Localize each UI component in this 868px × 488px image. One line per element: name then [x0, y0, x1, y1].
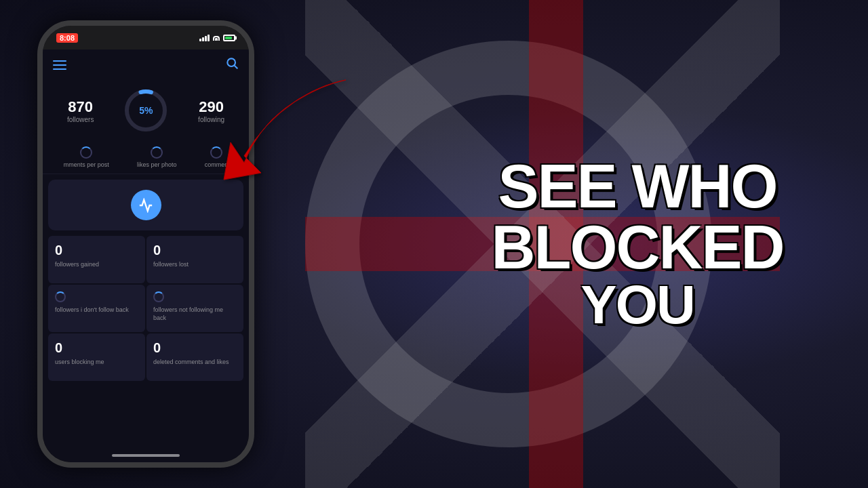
blocking-label: users blocking me: [55, 359, 138, 367]
followers-gained-label: followers gained: [55, 261, 138, 269]
followers-label: followers: [67, 116, 94, 123]
metric-likes-per-photo: likes per photo: [137, 146, 177, 168]
spinner-no-follow: [55, 291, 66, 302]
spinner-not-following: [153, 291, 164, 302]
grid-cell-no-follow-back[interactable]: followers i don't follow back: [48, 285, 145, 332]
svg-point-0: [227, 58, 235, 66]
grid-cell-blocking[interactable]: 0 users blocking me: [48, 333, 145, 381]
followers-lost-value: 0: [153, 243, 237, 258]
followers-count: 870: [67, 98, 94, 116]
grid-cell-not-following-back[interactable]: followers not following me back: [146, 285, 243, 332]
deleted-value: 0: [153, 340, 237, 356]
pulse-icon: [138, 198, 153, 213]
metric-comments-per-post: mments per post: [64, 146, 109, 168]
grid-cell-followers-gained[interactable]: 0 followers gained: [48, 236, 145, 283]
spinner-1: [80, 146, 92, 159]
text-overlay: SEE WHO BLOCKED YOU: [427, 156, 848, 332]
grid-stats: 0 followers gained 0 followers lost foll…: [48, 236, 243, 381]
status-time: 8:08: [56, 33, 78, 43]
followers-gained-value: 0: [55, 243, 138, 258]
grid-cell-followers-lost[interactable]: 0 followers lost: [146, 236, 243, 283]
not-following-back-label: followers not following me back: [153, 306, 237, 322]
spinner-2: [151, 146, 163, 159]
deleted-label: deleted comments and likes: [153, 359, 237, 367]
home-bar: [112, 454, 180, 457]
blocking-value: 0: [55, 340, 138, 356]
arrow-container: [190, 68, 359, 203]
battery-icon: [223, 35, 235, 41]
gauge: 5%: [122, 87, 170, 134]
overlay-line-2: BLOCKED: [427, 217, 848, 278]
status-icons: [199, 35, 235, 41]
hamburger-menu[interactable]: [53, 60, 66, 70]
followers-stat: 870 followers: [67, 98, 94, 123]
gauge-percent: 5%: [139, 105, 153, 116]
metric-label-2: likes per photo: [137, 161, 177, 168]
activity-icon-circle: [131, 190, 161, 220]
metric-label-1: mments per post: [64, 161, 109, 168]
overlay-line-1: SEE WHO: [427, 156, 848, 217]
followers-lost-label: followers lost: [153, 261, 237, 269]
arrow-svg: [190, 68, 359, 203]
overlay-line-3: YOU: [427, 278, 848, 332]
no-follow-back-label: followers i don't follow back: [55, 306, 138, 314]
status-bar: 8:08: [43, 26, 249, 49]
grid-cell-deleted[interactable]: 0 deleted comments and likes: [146, 333, 243, 381]
